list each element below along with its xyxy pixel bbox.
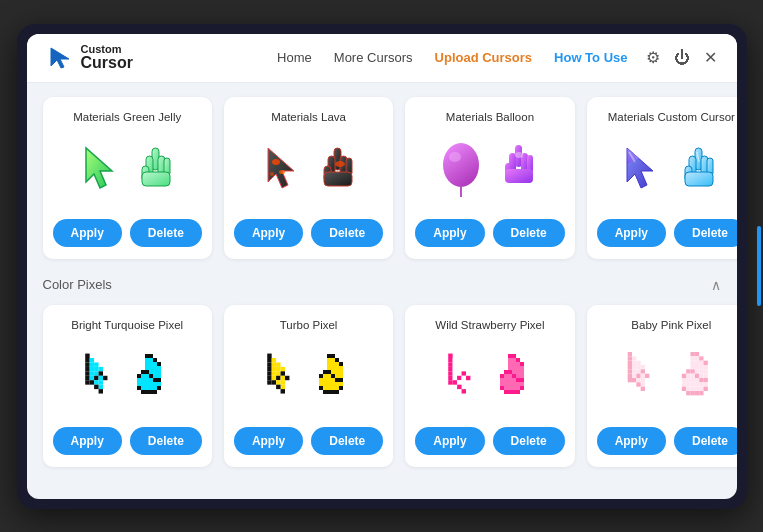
svg-rect-194 xyxy=(453,375,457,379)
card-buttons-green-jelly: Apply Delete xyxy=(53,219,202,247)
svg-rect-293 xyxy=(699,360,703,364)
svg-rect-50 xyxy=(90,375,94,379)
svg-marker-1 xyxy=(86,148,112,188)
svg-rect-123 xyxy=(271,380,275,384)
svg-rect-109 xyxy=(157,382,161,386)
settings-icon[interactable]: ⚙ xyxy=(646,48,660,67)
color-pixels-section-header: Color Pixels ∧ xyxy=(43,275,721,295)
delete-button-turquoise-pixel[interactable]: Delete xyxy=(130,427,202,455)
power-icon[interactable]: ⏻ xyxy=(674,49,690,67)
svg-rect-147 xyxy=(331,374,335,378)
nav-bar: Custom Cursor Home More Cursors Upload C… xyxy=(27,34,737,83)
svg-rect-71 xyxy=(149,358,153,362)
svg-point-28 xyxy=(515,152,523,158)
nav-home[interactable]: Home xyxy=(277,50,312,65)
svg-point-19 xyxy=(443,143,479,187)
logo: Custom Cursor xyxy=(47,44,133,72)
browser-frame: Custom Cursor Home More Cursors Upload C… xyxy=(17,24,747,509)
svg-rect-318 xyxy=(695,378,699,382)
cursor-images-green-jelly xyxy=(80,135,174,205)
color-pixels-chevron[interactable]: ∧ xyxy=(711,277,721,293)
svg-rect-324 xyxy=(699,391,703,395)
delete-button-custom-cursor[interactable]: Delete xyxy=(674,219,737,247)
svg-rect-239 xyxy=(504,386,508,390)
apply-button-babypink-pixel[interactable]: Apply xyxy=(597,427,666,455)
svg-rect-192 xyxy=(453,366,457,370)
svg-rect-108 xyxy=(153,390,157,394)
apply-button-lava[interactable]: Apply xyxy=(234,219,303,247)
svg-rect-160 xyxy=(323,374,327,378)
svg-rect-271 xyxy=(637,373,641,377)
svg-rect-316 xyxy=(691,386,695,390)
svg-rect-166 xyxy=(323,382,327,386)
delete-button-green-jelly[interactable]: Delete xyxy=(130,219,202,247)
nav-icons: ⚙ ⏻ ✕ xyxy=(646,48,717,67)
svg-marker-8 xyxy=(268,148,294,188)
card-strawberry-pixel: Wild Strawberry Pixel xyxy=(405,305,574,467)
delete-button-babypink-pixel[interactable]: Delete xyxy=(674,427,737,455)
svg-rect-27 xyxy=(505,169,533,183)
svg-rect-236 xyxy=(500,382,504,386)
nav-how-to-use[interactable]: How To Use xyxy=(554,50,627,65)
svg-rect-122 xyxy=(271,375,275,379)
svg-rect-248 xyxy=(512,386,516,390)
svg-rect-90 xyxy=(137,374,141,378)
svg-rect-304 xyxy=(686,373,690,377)
apply-button-strawberry-pixel[interactable]: Apply xyxy=(415,427,484,455)
svg-rect-322 xyxy=(699,382,703,386)
delete-button-lava[interactable]: Delete xyxy=(311,219,383,247)
svg-rect-69 xyxy=(145,370,149,374)
svg-marker-0 xyxy=(51,48,69,68)
svg-rect-97 xyxy=(145,374,149,378)
cursor-images-balloon xyxy=(439,135,541,205)
apply-button-balloon[interactable]: Apply xyxy=(415,219,484,247)
svg-rect-46 xyxy=(90,358,94,362)
svg-rect-228 xyxy=(520,370,524,374)
svg-point-11 xyxy=(270,172,274,176)
svg-rect-218 xyxy=(512,370,516,374)
svg-rect-319 xyxy=(695,382,699,386)
svg-rect-205 xyxy=(461,384,465,388)
svg-rect-157 xyxy=(339,374,343,378)
svg-rect-102 xyxy=(149,378,153,382)
apply-button-turquoise-pixel[interactable]: Apply xyxy=(53,427,122,455)
svg-rect-232 xyxy=(504,374,508,378)
svg-rect-276 xyxy=(641,378,645,382)
delete-button-strawberry-pixel[interactable]: Delete xyxy=(493,427,565,455)
svg-rect-219 xyxy=(512,374,516,378)
svg-point-18 xyxy=(335,161,345,167)
svg-rect-263 xyxy=(632,360,636,364)
svg-rect-306 xyxy=(682,373,686,377)
delete-button-balloon[interactable]: Delete xyxy=(493,219,565,247)
apply-button-green-jelly[interactable]: Apply xyxy=(53,219,122,247)
apply-button-custom-cursor[interactable]: Apply xyxy=(597,219,666,247)
svg-rect-45 xyxy=(85,380,89,384)
svg-rect-114 xyxy=(267,366,271,370)
svg-rect-60 xyxy=(99,375,103,379)
svg-rect-98 xyxy=(145,378,149,382)
svg-rect-42 xyxy=(85,366,89,370)
svg-rect-116 xyxy=(267,375,271,379)
svg-rect-245 xyxy=(508,390,512,394)
svg-rect-314 xyxy=(691,378,695,382)
svg-rect-131 xyxy=(280,380,284,384)
svg-rect-183 xyxy=(448,353,452,357)
svg-rect-119 xyxy=(271,362,275,366)
svg-rect-215 xyxy=(512,358,516,362)
svg-rect-61 xyxy=(99,384,103,388)
close-icon[interactable]: ✕ xyxy=(704,48,717,67)
delete-button-turbo-pixel[interactable]: Delete xyxy=(311,427,383,455)
svg-rect-151 xyxy=(335,370,339,374)
svg-rect-230 xyxy=(520,378,524,382)
svg-rect-52 xyxy=(94,362,98,366)
apply-button-turbo-pixel[interactable]: Apply xyxy=(234,427,303,455)
card-buttons-turquoise-pixel: Apply Delete xyxy=(53,427,202,455)
svg-rect-207 xyxy=(461,389,465,393)
svg-rect-49 xyxy=(90,371,94,375)
svg-rect-187 xyxy=(448,371,452,375)
svg-rect-68 xyxy=(145,366,149,370)
nav-more-cursors[interactable]: More Cursors xyxy=(334,50,413,65)
nav-upload-cursors[interactable]: Upload Cursors xyxy=(435,50,533,65)
svg-rect-74 xyxy=(149,370,153,374)
svg-rect-202 xyxy=(457,380,461,384)
